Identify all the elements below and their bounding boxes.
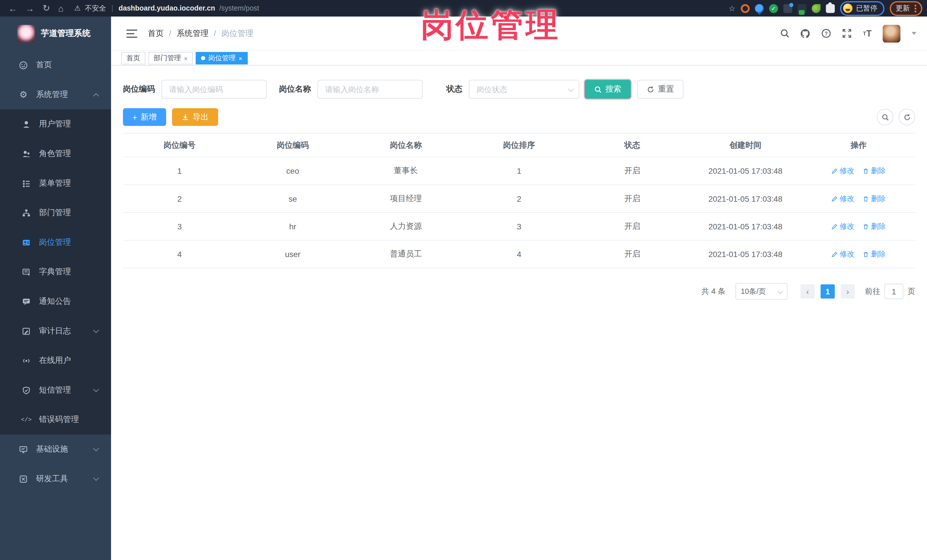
header-search-icon[interactable] — [779, 28, 790, 38]
page-1-button[interactable]: 1 — [821, 284, 835, 299]
sidebar-item-home[interactable]: 首页 — [0, 50, 111, 80]
edit-link[interactable]: 修改 — [831, 249, 854, 259]
sidebar-item-posts[interactable]: 岗位管理 — [0, 228, 111, 257]
tab-label: 岗位管理 — [208, 54, 236, 63]
add-button-label: 新增 — [141, 112, 157, 122]
prev-page-button[interactable]: ‹ — [801, 284, 815, 299]
goto-unit-label: 页 — [907, 286, 915, 297]
sidebar-item-error-codes[interactable]: </> 错误码管理 — [0, 405, 111, 434]
address-bar[interactable]: ⚠ 不安全 | dashboard.yudao.iocoder.cn/syste… — [68, 1, 265, 15]
goto-page-input[interactable] — [884, 284, 903, 299]
sidebar-item-dictionary[interactable]: 字典管理 — [0, 257, 111, 287]
sidebar-item-system[interactable]: ⚙ 系统管理 — [0, 80, 111, 109]
browser-menu-kebab-icon[interactable] — [915, 5, 916, 12]
app-logo[interactable]: 芋道管理系统 — [0, 17, 111, 50]
not-secure-label[interactable]: 不安全 — [85, 3, 106, 13]
screenshot-root: ← → ↻ ⌂ ⚠ 不安全 | dashboard.yudao.iocoder.… — [0, 0, 927, 560]
tab-close-icon[interactable]: × — [239, 55, 242, 62]
breadcrumb-home[interactable]: 首页 — [148, 28, 164, 38]
delete-link-label: 删除 — [871, 222, 886, 231]
delete-link[interactable]: 删除 — [863, 194, 886, 204]
trash-icon — [863, 251, 869, 258]
toggle-search-button[interactable] — [877, 109, 894, 125]
sidebar-item-menus[interactable]: 菜单管理 — [0, 168, 111, 198]
refresh-table-button[interactable] — [899, 109, 915, 125]
profile-paused-chip[interactable]: 已暂停 — [840, 1, 884, 16]
extension-orange-ring-icon[interactable] — [741, 4, 749, 12]
edit-link-label: 修改 — [840, 166, 854, 176]
sidebar-collapse-button[interactable] — [126, 29, 137, 38]
sidebar-item-audit-log[interactable]: 审计日志 — [0, 316, 111, 346]
tab-home[interactable]: 首页 — [121, 52, 146, 64]
sidebar-item-dev-tools[interactable]: 研发工具 — [0, 464, 111, 494]
extensions-puzzle-icon[interactable] — [826, 4, 835, 12]
reset-button-label: 重置 — [658, 84, 674, 94]
sidebar-item-roles[interactable]: 角色管理 — [0, 139, 111, 168]
search-button[interactable]: 搜索 — [585, 80, 631, 99]
github-icon[interactable] — [800, 28, 811, 38]
extension-leaf-icon[interactable] — [812, 4, 821, 12]
sidebar-item-label: 在线用户 — [39, 355, 71, 366]
avatar-caret-down-icon[interactable] — [912, 32, 916, 35]
sidebar-item-online-users[interactable]: 在线用户 — [0, 346, 111, 375]
tab-close-icon[interactable]: × — [184, 55, 187, 62]
cell-code: se — [236, 185, 350, 212]
extension-green-check-icon[interactable]: ✓ — [769, 4, 778, 12]
status-select[interactable] — [469, 80, 579, 99]
help-icon[interactable]: ? — [821, 28, 831, 38]
reset-button[interactable]: 重置 — [637, 80, 684, 99]
post-code-input[interactable] — [161, 80, 267, 99]
tools-icon — [18, 474, 28, 484]
extension-grid-icon[interactable] — [783, 4, 792, 12]
edit-link[interactable]: 修改 — [831, 166, 854, 176]
sidebar-item-notices[interactable]: 通知公告 — [0, 287, 111, 316]
search-icon — [881, 113, 889, 121]
tab-departments[interactable]: 部门管理 × — [148, 52, 193, 64]
url-host[interactable]: dashboard.yudao.iocoder.cn — [119, 4, 216, 12]
browser-home-icon[interactable]: ⌂ — [58, 3, 64, 13]
extension-badged-icon[interactable] — [798, 4, 806, 12]
browser-forward-icon[interactable]: → — [25, 3, 34, 13]
export-button[interactable]: 导出 — [172, 108, 218, 126]
breadcrumb-system[interactable]: 系统管理 — [176, 28, 208, 38]
next-page-button[interactable]: › — [840, 284, 855, 299]
app-logo-avatar — [17, 24, 35, 42]
edit-icon — [831, 251, 838, 258]
delete-link[interactable]: 删除 — [863, 249, 886, 259]
add-button[interactable]: + 新增 — [123, 108, 166, 126]
user-avatar[interactable] — [883, 24, 900, 42]
extension-blue-pin-icon[interactable] — [753, 2, 766, 15]
page-size-select[interactable]: 10条/页 — [736, 283, 787, 300]
edit-link[interactable]: 修改 — [831, 194, 854, 204]
status-select-input[interactable] — [469, 80, 579, 99]
sidebar-item-departments[interactable]: 部门管理 — [0, 198, 111, 228]
browser-reload-icon[interactable]: ↻ — [43, 3, 50, 14]
tab-posts-active[interactable]: 岗位管理 × — [196, 52, 248, 64]
user-icon — [21, 119, 31, 129]
sidebar-item-users[interactable]: 用户管理 — [0, 109, 111, 139]
font-size-icon[interactable]: TT — [862, 28, 872, 38]
address-separator: | — [110, 4, 114, 12]
post-name-input[interactable] — [318, 80, 423, 99]
edit-link-label: 修改 — [840, 249, 854, 259]
delete-link[interactable]: 删除 — [863, 222, 886, 231]
delete-link[interactable]: 删除 — [863, 166, 886, 176]
table-row: 2 se 项目经理 2 开启 2021-01-05 17:03:48 修改 删除 — [123, 185, 915, 213]
browser-update-button[interactable]: 更新 — [890, 1, 922, 16]
fullscreen-icon[interactable] — [841, 28, 852, 38]
tab-label: 部门管理 — [154, 54, 181, 63]
message-bubble-icon — [21, 296, 31, 307]
sidebar-item-label: 审计日志 — [39, 326, 71, 336]
edit-link[interactable]: 修改 — [831, 222, 854, 231]
sidebar-item-label: 岗位管理 — [39, 237, 71, 247]
col-post-sort: 岗位排序 — [462, 134, 576, 156]
sidebar-item-infrastructure[interactable]: 基础设施 — [0, 434, 111, 464]
sidebar-item-label: 研发工具 — [36, 473, 68, 484]
browser-back-icon[interactable]: ← — [8, 3, 17, 13]
profile-emoji-icon — [843, 3, 853, 13]
edit-link-label: 修改 — [840, 222, 854, 231]
sidebar-item-label: 菜单管理 — [39, 178, 71, 188]
sidebar-item-label: 短信管理 — [39, 385, 71, 395]
bookmark-star-icon[interactable]: ☆ — [729, 4, 736, 12]
sidebar-item-sms[interactable]: 短信管理 — [0, 375, 111, 405]
